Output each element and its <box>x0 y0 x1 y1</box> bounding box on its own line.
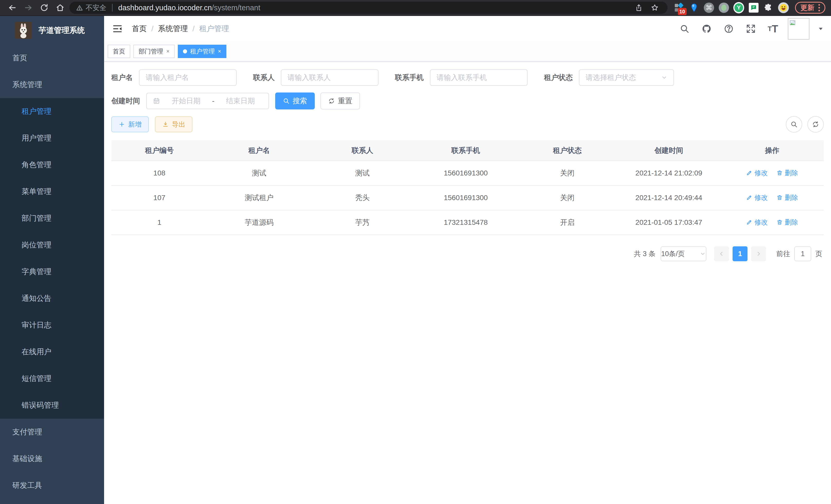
share-icon[interactable] <box>633 2 645 14</box>
filter-row-2: 创建时间 开始日期 - 结束日期 搜索 重置 <box>111 92 824 110</box>
filter-input[interactable] <box>436 73 521 82</box>
refresh-table-button[interactable] <box>807 116 824 132</box>
delete-link[interactable]: 删除 <box>776 218 798 227</box>
sidebar-item-系统管理[interactable]: 系统管理 <box>0 71 104 98</box>
breadcrumb-item[interactable]: 首页 <box>132 24 147 34</box>
tab-部门管理[interactable]: 部门管理× <box>133 45 175 58</box>
fontsize-icon[interactable]: TT <box>766 22 780 36</box>
edit-link[interactable]: 修改 <box>746 169 768 178</box>
tab-close-icon[interactable]: × <box>218 48 221 55</box>
browser-home-icon[interactable] <box>53 1 67 14</box>
reset-button[interactable]: 重置 <box>320 92 360 110</box>
url-text[interactable]: dashboard.yudao.iocoder.cn/system/tenant <box>118 4 629 12</box>
pagination: 共 3 条 10条/页 1 前往 页 <box>111 246 822 261</box>
page-number-1[interactable]: 1 <box>733 246 747 261</box>
tenant-status-select[interactable]: 请选择租户状态 <box>579 69 674 86</box>
command-extension-icon[interactable]: ⌘ <box>704 2 714 13</box>
sidebar-item-用户管理[interactable]: 用户管理 <box>0 125 104 152</box>
bookmark-star-icon[interactable] <box>649 2 661 14</box>
edit-link[interactable]: 修改 <box>746 218 768 227</box>
avatar[interactable] <box>788 18 809 39</box>
app-title: 芋道管理系统 <box>38 25 85 36</box>
sidebar-item-在线用户[interactable]: 在线用户 <box>0 338 104 365</box>
map-pin-extension-icon[interactable] <box>689 2 699 13</box>
yudao-extension-icon[interactable]: Y <box>733 2 744 13</box>
breadcrumb-item[interactable]: 系统管理 <box>158 24 188 34</box>
date-end-placeholder: 结束日期 <box>219 96 262 106</box>
page-unit-label: 页 <box>815 249 822 259</box>
sidebar-item-审计日志[interactable]: 审计日志 <box>0 312 104 338</box>
filter-input-联系手机[interactable] <box>430 69 527 86</box>
sidebar-item-租户管理[interactable]: 租户管理 <box>0 98 104 125</box>
security-label: 不安全 <box>86 3 106 12</box>
sidebar-item-菜单管理[interactable]: 菜单管理 <box>0 178 104 205</box>
fullscreen-icon[interactable] <box>744 22 758 36</box>
sidebar-item-短信管理[interactable]: 短信管理 <box>0 365 104 392</box>
github-icon[interactable] <box>699 22 714 36</box>
cell-mobile: 15601691300 <box>414 185 517 210</box>
table-header-row: 租户编号租户名联系人联系手机租户状态创建时间操作 <box>111 140 824 161</box>
page-size-select[interactable]: 10条/页 <box>661 246 706 261</box>
sidebar-item-字典管理[interactable]: 字典管理 <box>0 259 104 285</box>
tab-label: 租户管理 <box>190 47 215 56</box>
cell-name: 测试租户 <box>207 185 311 210</box>
sidebar-item-错误码管理[interactable]: 错误码管理 <box>0 392 104 419</box>
smiley-extension-icon[interactable] <box>778 2 789 13</box>
avatar-caret-icon[interactable] <box>818 26 824 32</box>
tab-租户管理[interactable]: 租户管理× <box>178 45 226 58</box>
record-extension-icon[interactable] <box>718 2 729 13</box>
puzzle-extension-icon[interactable] <box>763 2 774 13</box>
trash-icon <box>776 170 783 176</box>
browser-update-button[interactable]: 更新 <box>795 2 825 13</box>
column-header-租户名: 租户名 <box>207 140 311 161</box>
browser-toolbar: 不安全 dashboard.yudao.iocoder.cn/system/te… <box>0 0 831 16</box>
sidebar-item-通知公告[interactable]: 通知公告 <box>0 285 104 312</box>
browser-reload-icon[interactable] <box>37 1 51 14</box>
cell-created: 2021-12-14 20:49:44 <box>617 185 720 210</box>
pin-extension-icon[interactable]: 10 <box>674 2 685 13</box>
goto-page-input[interactable] <box>794 246 811 261</box>
add-button[interactable]: 新增 <box>111 116 149 132</box>
sidebar-item-部门管理[interactable]: 部门管理 <box>0 205 104 232</box>
sidebar-item-岗位管理[interactable]: 岗位管理 <box>0 232 104 259</box>
cell-created: 2021-12-14 21:02:09 <box>617 161 720 185</box>
chevron-down-icon <box>661 75 667 81</box>
delete-link[interactable]: 删除 <box>776 169 798 178</box>
sidebar-item-基础设施[interactable]: 基础设施 <box>0 445 104 472</box>
extension-badge: 10 <box>678 8 687 15</box>
filter-input-联系人[interactable] <box>281 69 378 86</box>
sidebar-item-角色管理[interactable]: 角色管理 <box>0 152 104 178</box>
app-logo[interactable]: 芋道管理系统 <box>0 16 104 45</box>
filter-input[interactable] <box>146 73 230 82</box>
delete-link[interactable]: 删除 <box>776 193 798 202</box>
tab-close-icon[interactable]: × <box>166 48 170 55</box>
browser-forward-icon[interactable] <box>22 1 35 14</box>
sidebar-item-研发工具[interactable]: 研发工具 <box>0 472 104 499</box>
tab-label: 部门管理 <box>139 47 163 56</box>
export-button[interactable]: 导出 <box>155 116 193 132</box>
cell-mobile: 17321315478 <box>414 210 517 235</box>
date-range-picker[interactable]: 开始日期 - 结束日期 <box>146 93 269 109</box>
question-icon[interactable] <box>721 22 736 36</box>
search-button[interactable]: 搜索 <box>275 92 315 110</box>
column-header-创建时间: 创建时间 <box>617 140 720 161</box>
sidebar-item-首页[interactable]: 首页 <box>0 45 104 71</box>
tab-首页[interactable]: 首页 <box>108 45 130 58</box>
sidebar-item-支付管理[interactable]: 支付管理 <box>0 419 104 445</box>
chat-extension-icon[interactable] <box>748 2 759 13</box>
next-page-button[interactable] <box>751 246 766 261</box>
filter-input-租户名[interactable] <box>139 69 237 86</box>
filter-input[interactable] <box>288 73 372 82</box>
browser-back-icon[interactable] <box>6 1 19 14</box>
browser-menu-icon[interactable] <box>819 4 820 11</box>
search-icon[interactable] <box>677 22 692 36</box>
edit-icon <box>746 219 752 225</box>
cell-id: 1 <box>111 210 207 235</box>
toggle-search-button[interactable] <box>786 116 802 132</box>
prev-page-button[interactable] <box>714 246 729 261</box>
table-tools <box>786 116 824 132</box>
address-bar[interactable]: 不安全 dashboard.yudao.iocoder.cn/system/te… <box>69 2 667 14</box>
hamburger-icon[interactable] <box>111 23 123 35</box>
tab-label: 首页 <box>113 47 125 56</box>
edit-link[interactable]: 修改 <box>746 193 768 202</box>
